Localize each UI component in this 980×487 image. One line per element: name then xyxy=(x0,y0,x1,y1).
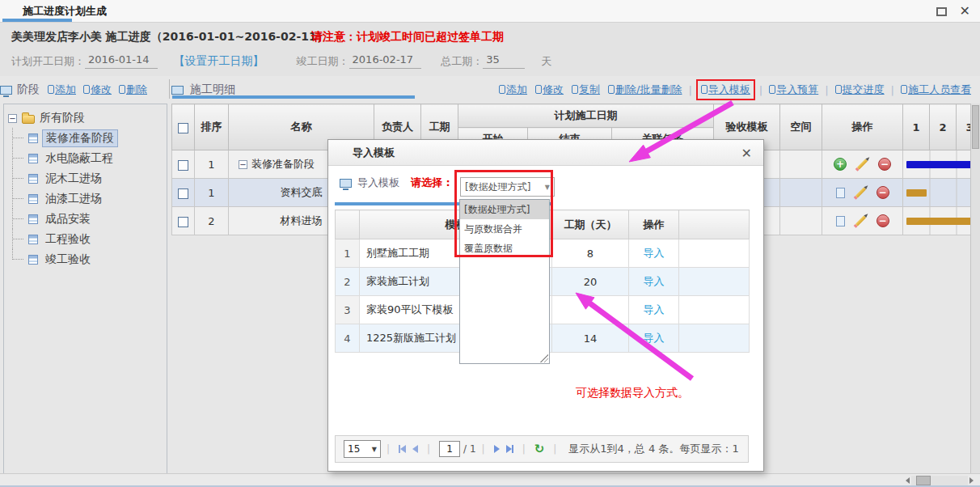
first-page-button[interactable] xyxy=(399,445,406,453)
bullet-icon xyxy=(835,85,842,94)
col-blank xyxy=(679,210,750,239)
data-mode-select[interactable]: [数据处理方式] ▼ xyxy=(460,177,555,197)
page-total: / 1 xyxy=(463,443,476,455)
set-start-date-button[interactable]: 【设置开工日期】 xyxy=(174,54,264,69)
refresh-icon[interactable]: ↻ xyxy=(534,442,545,456)
tab-stage[interactable]: 阶段 xyxy=(17,83,40,97)
select-all-checkbox[interactable] xyxy=(178,123,188,133)
bullet-icon xyxy=(499,85,505,94)
window-controls: ✕ xyxy=(936,0,970,23)
divider: | xyxy=(482,443,485,455)
tab-import-template[interactable]: 导入模板 xyxy=(357,176,399,190)
edit-icon[interactable] xyxy=(855,187,865,197)
option-overwrite[interactable]: 覆盖原数据 xyxy=(460,239,549,258)
scroll-right-icon[interactable] xyxy=(969,477,974,484)
divider: | xyxy=(387,443,390,455)
import-action-link[interactable]: 导入 xyxy=(644,275,665,287)
scrollbar-track[interactable] xyxy=(911,476,968,485)
dialog-close-icon[interactable]: ✕ xyxy=(741,146,752,161)
row-name: 资料交底 xyxy=(281,186,323,198)
delete-icon[interactable]: − xyxy=(877,186,889,199)
copy-icon[interactable] xyxy=(836,188,845,198)
tree-item-install[interactable]: 成品安装 xyxy=(4,209,167,229)
tree-root[interactable]: − 所有阶段 xyxy=(4,108,167,128)
tree-item-final-accept[interactable]: 竣工验收 xyxy=(4,249,167,269)
divider: | xyxy=(891,84,894,96)
option-merge[interactable]: 与原数据合并 xyxy=(460,219,549,239)
tree-item-painting[interactable]: 油漆工进场 xyxy=(4,188,167,209)
stage-delete-link[interactable]: 删除 xyxy=(119,83,147,97)
finish-label: 竣工日期： xyxy=(297,54,349,69)
row-checkbox[interactable] xyxy=(178,217,188,227)
col-ops: 操作 xyxy=(822,104,903,150)
divider: | xyxy=(825,84,828,96)
page-number-input[interactable]: 1 xyxy=(439,441,460,457)
add-link[interactable]: 添加 xyxy=(499,83,527,97)
grid-icon xyxy=(28,235,38,244)
copy-icon[interactable] xyxy=(836,216,845,227)
delete-batch-link[interactable]: 删除/批量删除 xyxy=(608,83,682,97)
delete-icon[interactable]: − xyxy=(878,158,891,171)
close-icon[interactable]: ✕ xyxy=(960,5,970,18)
edit-icon[interactable] xyxy=(855,215,865,226)
plan-start-value[interactable]: 2016-01-14 xyxy=(85,53,158,69)
page-size-select[interactable]: 15▼ xyxy=(344,440,381,458)
row-checkbox[interactable] xyxy=(178,188,188,199)
maximize-icon[interactable] xyxy=(936,7,947,16)
delete-icon[interactable]: − xyxy=(877,214,889,227)
scrollbar-thumb[interactable] xyxy=(972,105,979,149)
add-row-icon[interactable]: + xyxy=(834,158,847,171)
col-plan-dates-group: 计划施工日期 xyxy=(458,104,714,128)
tree-item-plumbing[interactable]: 水电隐蔽工程 xyxy=(4,148,167,168)
tree-item-decorate-prep[interactable]: 装修准备阶段 xyxy=(4,128,167,148)
stage-add-link[interactable]: 添加 xyxy=(48,83,76,97)
plan-start-label: 计划开工日期： xyxy=(11,54,85,69)
tree-root-label[interactable]: 所有阶段 xyxy=(40,111,85,125)
import-action-link[interactable]: 导入 xyxy=(644,303,665,315)
last-page-button[interactable] xyxy=(506,445,513,453)
select-all-header xyxy=(172,104,195,150)
row-checkbox[interactable] xyxy=(178,160,188,171)
tree-item-inspection[interactable]: 工程验收 xyxy=(4,229,167,249)
bullet-icon xyxy=(901,85,907,94)
bullet-icon xyxy=(701,85,708,94)
resize-grip-icon[interactable] xyxy=(540,354,548,362)
stage-tree-panel: − 所有阶段 装修准备阶段 水电隐蔽工程 泥木工进场 油漆工进场 成品安装 工程… xyxy=(3,104,167,481)
tree-item-carpentry[interactable]: 泥木工进场 xyxy=(4,168,167,188)
vertical-scrollbar[interactable] xyxy=(970,104,980,473)
import-action-link[interactable]: 导入 xyxy=(644,247,665,259)
dialog-title: 导入模板 xyxy=(353,146,395,160)
edit-icon[interactable] xyxy=(857,159,868,169)
scroll-left-icon[interactable] xyxy=(906,477,910,484)
grid-icon xyxy=(28,154,38,163)
stage-edit-link[interactable]: 修改 xyxy=(83,83,112,97)
divider: | xyxy=(553,443,556,455)
divider xyxy=(169,79,170,99)
chevron-down-icon: ▼ xyxy=(545,184,550,191)
prev-page-button[interactable] xyxy=(412,445,418,453)
import-action-link[interactable]: 导入 xyxy=(644,332,665,344)
warning-text: 请注意：计划竣工时间已超过签单工期 xyxy=(311,30,504,44)
window-title: 施工进度计划生成 xyxy=(23,4,107,19)
sidebar-tabs: 阶段 添加 修改 删除 xyxy=(0,77,170,103)
collapse-icon[interactable]: − xyxy=(239,160,247,169)
chevron-down-icon: ▼ xyxy=(372,446,377,453)
option-default[interactable]: [数据处理方式] xyxy=(460,200,549,219)
pagination-summary: 显示从1到4，总 4 条。每页显示：1 xyxy=(568,442,738,456)
copy-link[interactable]: 复制 xyxy=(572,83,600,97)
folder-icon xyxy=(22,115,35,124)
next-page-button[interactable] xyxy=(494,445,500,453)
edit-link[interactable]: 修改 xyxy=(535,83,564,97)
submit-progress-link[interactable]: 提交进度 xyxy=(835,83,885,97)
import-budget-link[interactable]: 导入预算 xyxy=(769,83,818,97)
gantt-bar xyxy=(906,218,970,225)
grid-icon xyxy=(28,214,38,224)
dialog-titlebar[interactable]: 导入模板 ✕ xyxy=(328,140,763,166)
worker-view-link[interactable]: 施工人员查看 xyxy=(901,83,971,97)
detail-tab-icon xyxy=(171,86,184,95)
horizontal-scrollbar[interactable] xyxy=(906,476,974,485)
collapse-icon[interactable]: − xyxy=(8,114,17,123)
import-template-link[interactable]: 导入模板 xyxy=(701,83,750,95)
scrollbar-thumb[interactable] xyxy=(916,476,931,485)
bullet-icon xyxy=(572,85,578,94)
